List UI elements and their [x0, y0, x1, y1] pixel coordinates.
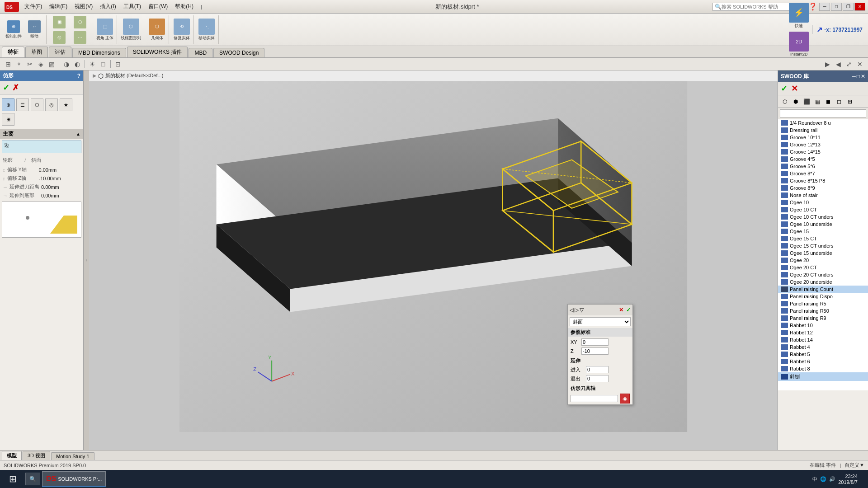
rp-icon-4[interactable]: ▦ [812, 97, 822, 107]
search-input[interactable] [722, 4, 785, 9]
tree-item-12[interactable]: Ogee 10 CT [778, 206, 868, 213]
toolbar-ref1[interactable]: ⬚ 视角 主体 [95, 18, 115, 42]
menu-edit[interactable]: 编辑(E) [46, 2, 71, 11]
dialog-nav-left[interactable]: ◁ [570, 307, 574, 313]
tree-item-14[interactable]: Ogee 10 underside [778, 221, 868, 228]
tray-lang[interactable]: 中 [812, 476, 817, 483]
tree-item-0[interactable]: 1/4 Roundover 8 u [778, 119, 868, 127]
tool-input[interactable] [571, 395, 618, 402]
rp-icon-2[interactable]: ⬢ [791, 97, 801, 107]
dialog-dropdown-arrow[interactable]: ▽ [580, 307, 584, 313]
toolbar-smart-select[interactable]: ⊕ 智能扣件 [4, 19, 24, 40]
tab-mbd-dimensions[interactable]: MBD Dimensions [72, 48, 126, 57]
tree-item-29[interactable]: Rabbet 12 [778, 329, 868, 336]
instant2d-btn[interactable]: 2D Instant2D [788, 31, 810, 57]
toolbar-move[interactable]: ↔ 移动 [24, 19, 44, 40]
xy-input[interactable] [581, 338, 609, 346]
toolbar-freeform[interactable]: ⋱ 移动实体 [197, 18, 217, 42]
tree-item-19[interactable]: Ogee 20 [778, 257, 868, 264]
view-tools-icon[interactable]: ⊡ [113, 60, 123, 69]
cancel-button[interactable]: ✗ [12, 83, 19, 93]
toolbar-sketch3[interactable]: ◎ [49, 30, 69, 45]
tray-volume[interactable]: 🔊 [829, 476, 835, 482]
quickview-btn[interactable]: ⚡ 快速 [788, 2, 810, 30]
right-panel-toggle2[interactable]: ◀ [834, 60, 843, 69]
tree-item-7[interactable]: Groove 8*7 [778, 170, 868, 177]
tree-item-13[interactable]: Ogee 10 CT unders [778, 213, 868, 221]
nav-tab-3dview[interactable]: 3D 视图 [23, 451, 50, 460]
tree-item-20[interactable]: Ogee 20 CT [778, 264, 868, 271]
advance-input[interactable] [586, 366, 609, 373]
minimize-button[interactable]: ─ [819, 3, 830, 11]
taskbar-sw-item[interactable]: DS SOLIDWORKS Pr... [42, 471, 106, 487]
maximize-button[interactable]: □ [831, 3, 842, 11]
tree-item-30[interactable]: Rabbet 14 [778, 336, 868, 343]
nav-tab-model[interactable]: 模型 [2, 451, 22, 460]
toolbar-feature1[interactable]: ⬡ 几何体 [147, 18, 167, 42]
section-view-icon[interactable]: ✂ [25, 60, 34, 69]
toolbar-sketch2[interactable]: ⬡ [70, 15, 90, 29]
library-filter-input[interactable] [780, 109, 866, 117]
hide-show-icon[interactable]: ◑ [62, 60, 71, 69]
tree-item-34[interactable]: Rabbet 8 [778, 365, 868, 372]
close-button[interactable]: ✕ [854, 3, 865, 11]
z-input[interactable] [581, 347, 609, 355]
menu-window[interactable]: 窗口(W) [145, 2, 171, 11]
feature-icon-5[interactable]: ★ [60, 99, 72, 111]
swood-accept-btn[interactable]: ✓ [781, 84, 788, 94]
close-right-icon[interactable]: ✕ [855, 60, 864, 69]
tree-item-18[interactable]: Ogee 15 underside [778, 249, 868, 257]
appearance-icon[interactable]: ◐ [73, 60, 82, 69]
tray-network[interactable]: 🌐 [820, 476, 826, 482]
rp-icon-7[interactable]: ⊞ [845, 97, 855, 107]
swood-panel-expand[interactable]: □ [857, 73, 860, 80]
feature-icon-4[interactable]: ◎ [45, 99, 58, 111]
tree-item-27[interactable]: Panel raising R9 [778, 314, 868, 322]
tree-item-2[interactable]: Groove 10*11 [778, 134, 868, 141]
tree-item-22[interactable]: Ogee 20 underside [778, 278, 868, 286]
menu-view[interactable]: 视图(V) [71, 2, 96, 11]
tree-item-21[interactable]: Ogee 20 CT unders [778, 271, 868, 278]
mode-selector[interactable]: 斜面 [570, 317, 631, 326]
triad-icon[interactable]: ⌖ [14, 60, 24, 69]
panel-resize-handle[interactable]: ⋮ [84, 70, 89, 450]
tab-features[interactable]: 特征 [2, 47, 24, 57]
display-style-icon[interactable]: ▨ [47, 60, 56, 69]
view-display-icon[interactable]: ◈ [36, 60, 45, 69]
display-mode-icon[interactable]: □ [99, 60, 108, 69]
tree-item-32[interactable]: Rabbet 5 [778, 351, 868, 358]
tree-item-6[interactable]: Groove 5*6 [778, 163, 868, 170]
tab-swood-design[interactable]: SWOOD Design [213, 48, 264, 57]
tree-item-8[interactable]: Groove 8*15 P8 [778, 177, 868, 184]
accept-button[interactable]: ✓ [3, 83, 9, 93]
scene-icon[interactable]: ☀ [88, 60, 97, 69]
nav-tab-motion[interactable]: Motion Study 1 [51, 452, 94, 460]
rp-icon-5[interactable]: ◼ [823, 97, 833, 107]
retreat-input[interactable] [586, 375, 609, 382]
tree-item-5[interactable]: Groove 4*5 [778, 155, 868, 163]
tree-item-1[interactable]: Dressing rail [778, 127, 868, 134]
feature-icon-1[interactable]: ⊕ [2, 99, 14, 111]
feature-icon-2[interactable]: ☰ [16, 99, 29, 111]
tree-item-28[interactable]: Rabbet 10 [778, 322, 868, 329]
tree-item-31[interactable]: Rabbet 4 [778, 343, 868, 351]
restore-button[interactable]: ❐ [843, 3, 854, 11]
toolbar-surface1[interactable]: ⬡ 线框图形列 [120, 18, 142, 42]
tree-item-16[interactable]: Ogee 15 CT [778, 235, 868, 242]
tree-item-3[interactable]: Groove 12*13 [778, 141, 868, 148]
tab-solidworks-plugins[interactable]: SOLIDWORKS 插件 [127, 47, 188, 57]
tree-item-11[interactable]: Ogee 10 [778, 199, 868, 206]
edge-input[interactable]: 边 [2, 141, 81, 153]
tree-item-xiejian[interactable]: 斜刨 [778, 372, 868, 381]
taskbar-search[interactable]: 🔍 [25, 473, 40, 485]
dialog-nav-right[interactable]: ▷ [575, 307, 579, 313]
tree-item-panel-raising-count[interactable]: Panel raising Count [778, 286, 868, 293]
menu-help[interactable]: 帮助(H) [171, 2, 197, 11]
menu-file[interactable]: 文件(F) [21, 2, 46, 11]
feature-icon-3[interactable]: ⬡ [31, 99, 43, 111]
rp-icon-1[interactable]: ⬡ [780, 97, 790, 107]
rp-icon-6[interactable]: ◻ [834, 97, 844, 107]
dialog-close-btn[interactable]: ✕ [619, 307, 623, 313]
view-selector-icon[interactable]: ⊞ [4, 60, 13, 69]
menu-tools[interactable]: 工具(T) [120, 2, 145, 11]
